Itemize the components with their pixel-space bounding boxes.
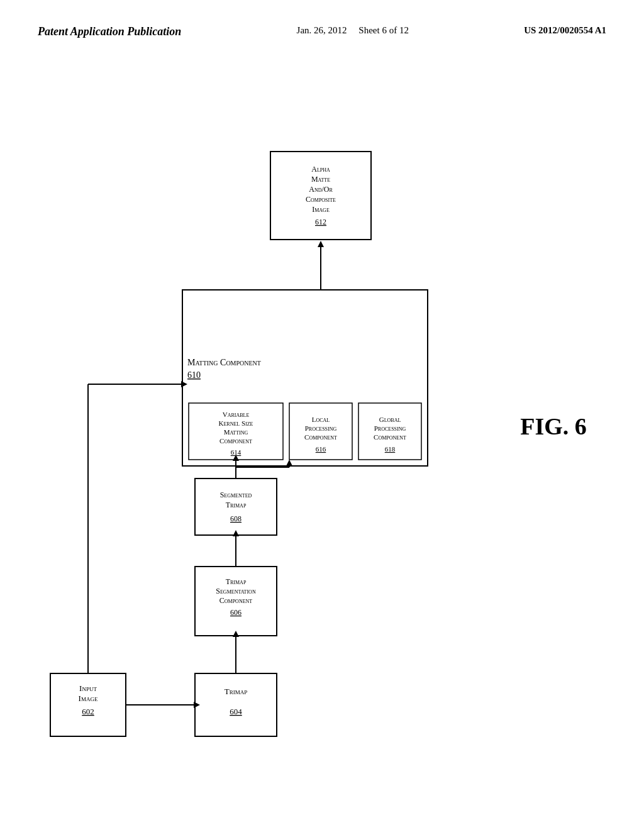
svg-text:Processing: Processing bbox=[305, 424, 337, 432]
svg-marker-8 bbox=[194, 702, 200, 708]
svg-text:Trimap: Trimap bbox=[225, 687, 247, 696]
svg-text:608: 608 bbox=[230, 514, 242, 523]
flow-diagram: Input Image 602 Trimap 604 Trimap Segmen… bbox=[0, 51, 644, 818]
svg-text:612: 612 bbox=[315, 218, 326, 226]
svg-text:606: 606 bbox=[230, 608, 242, 617]
svg-text:Component: Component bbox=[304, 433, 337, 441]
svg-text:614: 614 bbox=[231, 448, 242, 456]
svg-text:Component: Component bbox=[219, 437, 252, 445]
svg-text:Matting: Matting bbox=[224, 428, 248, 436]
svg-text:Alpha: Alpha bbox=[311, 165, 330, 174]
svg-text:Global: Global bbox=[379, 416, 401, 423]
svg-text:Input: Input bbox=[79, 683, 97, 693]
publication-title: Patent Application Publication bbox=[38, 25, 181, 38]
svg-marker-55 bbox=[318, 241, 324, 247]
header-center: Jan. 26, 2012 Sheet 6 of 12 bbox=[297, 25, 409, 36]
svg-text:Variable: Variable bbox=[223, 411, 250, 418]
svg-text:Segmentation: Segmentation bbox=[216, 587, 256, 595]
svg-text:Segmented: Segmented bbox=[220, 490, 252, 499]
svg-text:604: 604 bbox=[230, 707, 242, 716]
svg-text:Processing: Processing bbox=[374, 424, 406, 432]
svg-marker-24 bbox=[233, 530, 239, 536]
svg-text:618: 618 bbox=[385, 445, 396, 453]
svg-text:Image: Image bbox=[312, 205, 330, 214]
svg-text:602: 602 bbox=[82, 707, 94, 716]
svg-text:Kernel Size: Kernel Size bbox=[218, 419, 253, 427]
svg-text:616: 616 bbox=[316, 445, 326, 453]
svg-rect-4 bbox=[195, 673, 277, 736]
svg-text:Component: Component bbox=[219, 596, 253, 605]
svg-text:Composite: Composite bbox=[306, 195, 336, 204]
svg-text:Trimap: Trimap bbox=[226, 577, 247, 586]
svg-rect-0 bbox=[50, 673, 126, 736]
pub-date: Jan. 26, 2012 bbox=[297, 25, 347, 35]
svg-marker-18 bbox=[233, 631, 239, 637]
patent-number: US 2012/0020554 A1 bbox=[524, 25, 606, 36]
sheet-info: Sheet 6 of 12 bbox=[358, 25, 409, 35]
svg-text:Matte: Matte bbox=[311, 175, 330, 184]
svg-marker-35 bbox=[286, 460, 292, 466]
svg-text:Local: Local bbox=[312, 416, 330, 423]
svg-text:FIG. 6: FIG. 6 bbox=[520, 413, 587, 440]
page-header: Patent Application Publication Jan. 26, … bbox=[0, 0, 644, 51]
svg-text:Component: Component bbox=[374, 433, 406, 441]
svg-text:And/Or: And/Or bbox=[309, 185, 333, 194]
svg-text:Image: Image bbox=[79, 694, 98, 703]
diagram-area: Input Image 602 Trimap 604 Trimap Segmen… bbox=[0, 51, 644, 818]
svg-text:610: 610 bbox=[187, 370, 201, 380]
svg-text:Trimap: Trimap bbox=[226, 501, 247, 509]
svg-text:Matting Component: Matting Component bbox=[187, 358, 261, 367]
